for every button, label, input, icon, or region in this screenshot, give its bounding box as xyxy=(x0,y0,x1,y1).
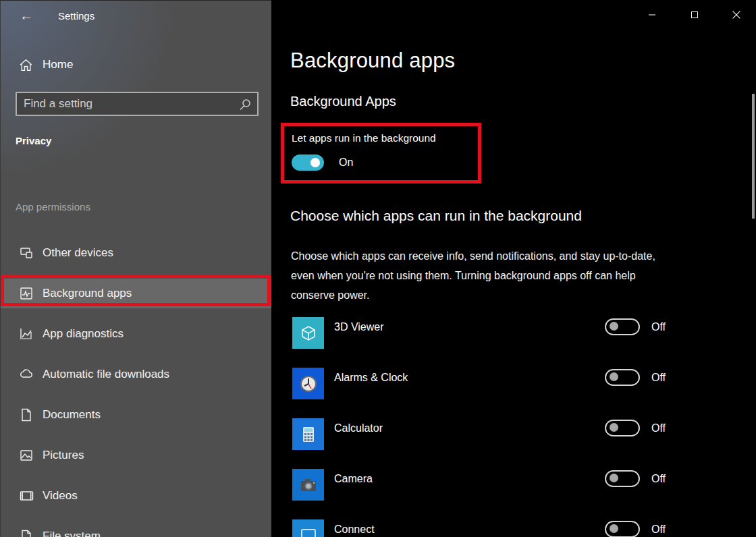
sidebar-item-label: Pictures xyxy=(43,449,84,462)
scrollbar-track xyxy=(751,0,755,537)
master-toggle-state: On xyxy=(339,157,353,169)
toggle-knob xyxy=(610,322,618,331)
sidebar-nav-list: Other devices Background apps App diagno… xyxy=(1,238,272,537)
settings-sidebar: ← Settings Home Privacy App permissions xyxy=(0,0,271,537)
app-name: 3D Viewer xyxy=(334,321,384,333)
window-controls xyxy=(632,0,756,30)
app-toggle-state: Off xyxy=(651,372,666,384)
toggle-knob xyxy=(610,423,618,432)
video-icon xyxy=(19,488,34,503)
app-name: Alarms & Clock xyxy=(334,372,408,384)
app-row-camera: Camera Off xyxy=(271,469,756,519)
scrollbar-thumb[interactable] xyxy=(752,94,755,219)
sidebar-item-app-diagnostics[interactable]: App diagnostics xyxy=(1,319,272,349)
app-row-connect: Connect Off xyxy=(271,519,756,537)
toggle-knob xyxy=(610,474,618,482)
cast-icon xyxy=(298,526,319,537)
toggle-knob xyxy=(310,158,320,167)
clock-icon xyxy=(298,373,319,395)
background-apps-icon xyxy=(19,286,34,301)
camera-tile xyxy=(292,469,324,501)
cube-icon xyxy=(298,323,319,343)
document-icon xyxy=(19,407,34,422)
apps-description: Choose which apps can receive info, send… xyxy=(291,246,679,305)
search-box xyxy=(16,92,259,116)
sidebar-item-other-devices[interactable]: Other devices xyxy=(1,238,272,268)
app-row-alarms-clock: Alarms & Clock Off xyxy=(271,368,756,418)
master-toggle-label: Let apps run in the background xyxy=(292,132,436,144)
app-row-calculator: Calculator Off xyxy=(271,418,756,469)
app-toggle-state: Off xyxy=(651,422,666,434)
camera-icon xyxy=(298,474,319,496)
file-icon xyxy=(19,529,34,537)
master-toggle-row: On xyxy=(292,154,324,171)
camera-toggle[interactable] xyxy=(605,470,640,487)
connect-tile xyxy=(292,519,324,537)
minimize-button[interactable] xyxy=(632,0,672,30)
search-input[interactable] xyxy=(17,93,257,115)
devices-icon xyxy=(19,246,34,260)
sidebar-item-label: App diagnostics xyxy=(43,327,124,341)
sidebar-item-home[interactable]: Home xyxy=(1,52,272,79)
content-pane: Background apps Background Apps Let apps… xyxy=(271,0,756,537)
alarms-clock-toggle[interactable] xyxy=(605,369,640,386)
sidebar-item-pictures[interactable]: Pictures xyxy=(1,441,272,470)
connect-toggle[interactable] xyxy=(605,521,640,537)
sidebar-item-label: Automatic file downloads xyxy=(43,368,169,381)
app-toggle-state: Off xyxy=(651,321,666,333)
sidebar-item-label: Background apps xyxy=(43,287,132,300)
privacy-heading: Privacy xyxy=(16,135,51,146)
sidebar-item-automatic-file-downloads[interactable]: Automatic file downloads xyxy=(1,360,272,389)
sidebar-item-label: Other devices xyxy=(43,246,113,260)
maximize-button[interactable] xyxy=(675,0,714,30)
picture-icon xyxy=(19,448,34,463)
cloud-icon xyxy=(19,367,34,382)
calculator-toggle[interactable] xyxy=(605,420,640,436)
app-toggle-state: Off xyxy=(651,473,666,485)
close-button[interactable] xyxy=(717,0,756,30)
toggle-knob xyxy=(610,524,618,533)
sidebar-item-videos[interactable]: Videos xyxy=(1,481,272,511)
3d-viewer-toggle[interactable] xyxy=(605,318,640,335)
home-icon xyxy=(19,58,33,72)
back-button[interactable]: ← xyxy=(16,6,37,25)
window-title: Settings xyxy=(58,10,94,22)
diagnostics-icon xyxy=(19,327,34,341)
sidebar-item-documents[interactable]: Documents xyxy=(1,400,272,430)
sidebar-item-label: File system xyxy=(43,530,101,537)
calculator-tile xyxy=(292,418,324,450)
toggle-knob xyxy=(610,372,618,381)
app-permissions-label: App permissions xyxy=(16,201,90,213)
app-name: Connect xyxy=(334,524,375,536)
app-row-3d-viewer: 3D Viewer Off xyxy=(271,317,756,368)
3d-viewer-tile xyxy=(292,317,324,349)
app-toggle-state: Off xyxy=(651,524,666,536)
sidebar-item-label: Videos xyxy=(43,489,78,503)
calculator-icon xyxy=(298,424,319,445)
sidebar-item-background-apps[interactable]: Background apps xyxy=(1,279,272,308)
alarms-clock-tile xyxy=(292,368,324,399)
sidebar-item-file-system[interactable]: File system xyxy=(1,521,272,537)
app-name: Camera xyxy=(334,473,373,485)
apps-heading: Choose which apps can run in the backgro… xyxy=(290,208,582,224)
app-name: Calculator xyxy=(334,422,383,434)
section-heading: Background Apps xyxy=(290,94,396,109)
search-icon[interactable] xyxy=(238,98,252,114)
background-apps-master-toggle[interactable] xyxy=(292,154,324,171)
sidebar-item-label: Home xyxy=(43,58,73,72)
sidebar-item-label: Documents xyxy=(43,408,101,422)
app-list: 3D Viewer Off Alarms & Clock Off xyxy=(271,317,756,537)
page-title: Background apps xyxy=(290,49,455,73)
